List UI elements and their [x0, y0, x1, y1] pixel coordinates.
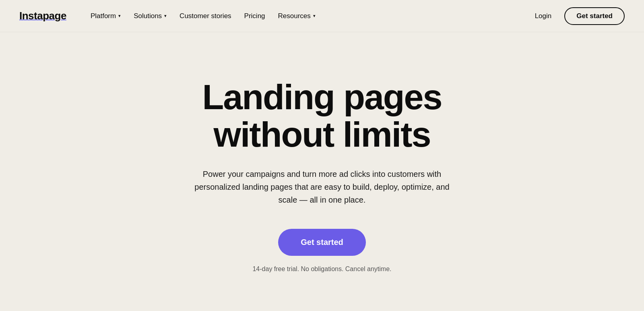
chevron-down-icon: ▾: [164, 13, 167, 19]
main-nav: Instapage Platform ▾ Solutions ▾ Custome…: [0, 0, 644, 32]
nav-item-pricing: Pricing: [239, 9, 270, 23]
hero-subheadline: Power your campaigns and turn more ad cl…: [185, 168, 459, 206]
hero-cta-button[interactable]: Get started: [278, 229, 366, 256]
nav-get-started-button[interactable]: Get started: [564, 7, 625, 25]
nav-item-platform: Platform ▾: [86, 9, 126, 23]
nav-item-resources: Resources ▾: [273, 9, 320, 23]
nav-link-pricing[interactable]: Pricing: [239, 9, 270, 23]
hero-trial-text: 14-day free trial. No obligations. Cance…: [252, 265, 391, 273]
nav-actions: Login Get started: [530, 7, 625, 25]
nav-item-solutions: Solutions ▾: [129, 9, 171, 23]
nav-links: Platform ▾ Solutions ▾ Customer stories …: [86, 9, 530, 23]
nav-item-customer-stories: Customer stories: [175, 9, 236, 23]
nav-link-solutions[interactable]: Solutions ▾: [129, 9, 171, 23]
login-link[interactable]: Login: [530, 9, 557, 23]
chevron-down-icon: ▾: [118, 13, 121, 19]
logo[interactable]: Instapage: [19, 10, 66, 22]
nav-link-resources[interactable]: Resources ▾: [273, 9, 320, 23]
hero-section: Landing pages without limits Power your …: [0, 32, 644, 311]
hero-headline: Landing pages without limits: [202, 79, 442, 153]
chevron-down-icon: ▾: [313, 13, 316, 19]
nav-link-platform[interactable]: Platform ▾: [86, 9, 126, 23]
nav-link-customer-stories[interactable]: Customer stories: [175, 9, 236, 23]
